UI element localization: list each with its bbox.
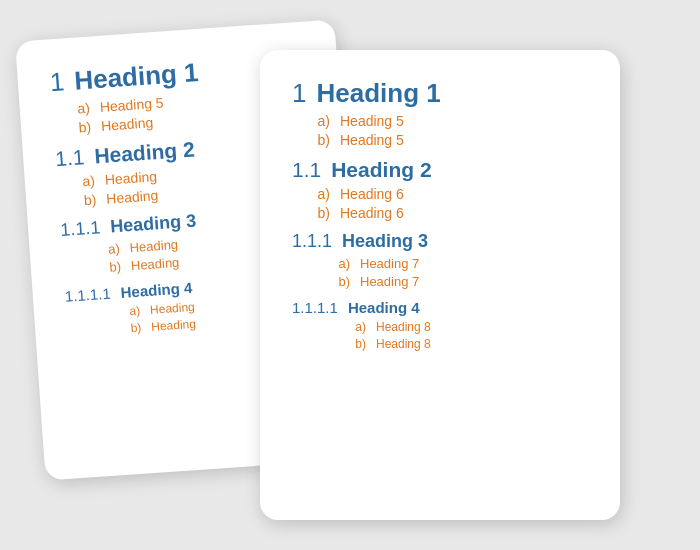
- front-h2-items: a) Heading 6 b) Heading 6: [292, 186, 588, 221]
- back-h2-text: Heading 2: [94, 137, 196, 168]
- front-h1-text: Heading 1: [316, 78, 440, 109]
- front-h2-item-a-text: Heading 6: [340, 186, 404, 202]
- front-h2-section: 1.1 Heading 2 a) Heading 6 b) Heading 6: [292, 158, 588, 221]
- front-h3-section: 1.1.1 Heading 3 a) Heading 7 b) Heading …: [292, 231, 588, 289]
- front-h3-item-a: a) Heading 7: [332, 256, 588, 271]
- front-h3-item-b-text: Heading 7: [360, 274, 419, 289]
- back-h1-item-b-text: Heading: [101, 114, 154, 134]
- front-h2-item-b: b) Heading 6: [312, 205, 588, 221]
- front-h1-items: a) Heading 5 b) Heading 5: [292, 113, 588, 148]
- back-h4-item-b-label: b): [127, 321, 142, 336]
- front-h3-num: 1.1.1: [292, 231, 332, 252]
- front-h3-item-a-text: Heading 7: [360, 256, 419, 271]
- back-h4-num: 1.1.1.1: [64, 285, 111, 305]
- front-h3-item-b-label: b): [332, 274, 350, 289]
- front-h2-item-a: a) Heading 6: [312, 186, 588, 202]
- back-h3-num: 1.1.1: [60, 217, 101, 241]
- front-h3-row: 1.1.1 Heading 3: [292, 231, 588, 252]
- front-h4-num: 1.1.1.1: [292, 299, 338, 316]
- front-h3-item-a-label: a): [332, 256, 350, 271]
- front-h1-item-a-text: Heading 5: [340, 113, 404, 129]
- front-h4-section: 1.1.1.1 Heading 4 a) Heading 8 b) Headin…: [292, 299, 588, 351]
- front-h2-row: 1.1 Heading 2: [292, 158, 588, 182]
- front-h2-item-b-label: b): [312, 205, 330, 221]
- back-h2-item-b-label: b): [78, 191, 97, 208]
- front-h4-item-b: b) Heading 8: [352, 337, 588, 351]
- back-h4-item-b-text: Heading: [151, 317, 197, 334]
- front-h4-item-a: a) Heading 8: [352, 320, 588, 334]
- back-h4-text: Heading 4: [120, 279, 193, 301]
- front-h2-text: Heading 2: [331, 158, 431, 182]
- back-h1-num: 1: [49, 66, 66, 98]
- back-h2-item-b-text: Heading: [106, 187, 159, 207]
- back-h3-text: Heading 3: [110, 211, 197, 238]
- back-h4-item-a-label: a): [126, 304, 141, 319]
- front-h4-item-b-text: Heading 8: [376, 337, 431, 351]
- front-h1-item-b: b) Heading 5: [312, 132, 588, 148]
- front-card: 1 Heading 1 a) Heading 5 b) Heading 5 1.…: [260, 50, 620, 520]
- front-h4-row: 1.1.1.1 Heading 4: [292, 299, 588, 316]
- front-h1-section: 1 Heading 1 a) Heading 5 b) Heading 5: [292, 78, 588, 148]
- back-h2-num: 1.1: [54, 145, 85, 171]
- front-h4-item-b-label: b): [352, 337, 366, 351]
- back-h3-item-a-label: a): [101, 241, 120, 257]
- back-h1-text: Heading 1: [73, 57, 199, 97]
- back-h4-item-a-text: Heading: [150, 300, 196, 317]
- back-h1-item-a-label: a): [71, 100, 90, 117]
- back-h3-item-b-text: Heading: [130, 255, 179, 273]
- front-h4-item-a-label: a): [352, 320, 366, 334]
- front-h3-text: Heading 3: [342, 231, 428, 252]
- front-h4-items: a) Heading 8 b) Heading 8: [292, 320, 588, 351]
- back-h2-item-a-label: a): [76, 172, 95, 189]
- front-h1-num: 1: [292, 78, 306, 109]
- front-h1-item-b-label: b): [312, 132, 330, 148]
- back-h2-item-a-text: Heading: [104, 168, 157, 188]
- front-h2-num: 1.1: [292, 158, 321, 182]
- back-h3-item-a-text: Heading: [129, 237, 178, 255]
- front-h3-item-b: b) Heading 7: [332, 274, 588, 289]
- back-h1-item-a-text: Heading 5: [99, 95, 164, 115]
- front-h2-item-a-label: a): [312, 186, 330, 202]
- front-h1-item-b-text: Heading 5: [340, 132, 404, 148]
- front-h4-text: Heading 4: [348, 299, 420, 316]
- front-h4-item-a-text: Heading 8: [376, 320, 431, 334]
- back-h1-item-b-label: b): [73, 119, 92, 136]
- front-h3-items: a) Heading 7 b) Heading 7: [292, 256, 588, 289]
- front-h1-item-a: a) Heading 5: [312, 113, 588, 129]
- front-h1-row: 1 Heading 1: [292, 78, 588, 109]
- back-h3-item-b-label: b): [102, 259, 121, 275]
- front-h1-item-a-label: a): [312, 113, 330, 129]
- front-h2-item-b-text: Heading 6: [340, 205, 404, 221]
